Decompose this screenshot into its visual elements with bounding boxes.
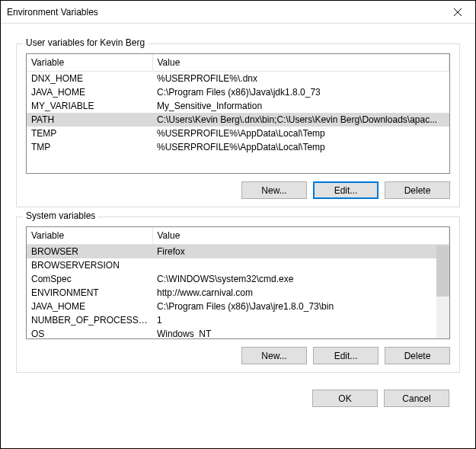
user-new-button[interactable]: New... [241,181,307,199]
dialog-footer: OK Cancel [16,390,460,407]
user-variable-row[interactable]: TMP%USERPROFILE%\AppData\Local\Temp [27,140,449,154]
system-scrollbar-thumb[interactable] [436,245,449,297]
system-variable-row-name: ENVIRONMENT [27,286,152,300]
system-delete-button[interactable]: Delete [385,347,450,364]
system-edit-button[interactable]: Edit... [313,347,379,364]
system-variable-row[interactable]: ComSpecC:\WINDOWS\system32\cmd.exe [27,272,449,286]
system-variable-row-value: C:\Program Files (x86)\Java\jre1.8.0_73\… [152,300,449,313]
system-variable-row[interactable]: BROWSERVERSION [27,258,449,272]
window-title: Environment Variables [7,7,98,18]
user-col-header-variable[interactable]: Variable [27,54,152,72]
system-variable-row[interactable]: NUMBER_OF_PROCESSORS1 [27,313,449,327]
system-variables-table[interactable]: Variable Value BROWSERFirefoxBROWSERVERS… [27,227,449,339]
system-variables-table-wrap: Variable Value BROWSERFirefoxBROWSERVERS… [26,226,450,339]
system-new-button[interactable]: New... [241,347,307,364]
system-variable-row-name: NUMBER_OF_PROCESSORS [27,313,152,327]
user-button-row: New... Edit... Delete [26,181,450,199]
system-col-header-value[interactable]: Value [152,227,449,245]
user-variables-table[interactable]: Variable Value DNX_HOME%USERPROFILE%\.dn… [27,54,449,154]
user-variables-label: User variables for Kevin Berg [23,37,148,48]
system-variable-row-name: OS [27,327,152,339]
system-button-row: New... Edit... Delete [26,347,450,364]
user-variable-row[interactable]: TEMP%USERPROFILE%\AppData\Local\Temp [27,127,449,140]
user-variable-row[interactable]: MY_VARIABLEMy_Sensitive_Information [27,99,449,113]
user-variable-row-value: My_Sensitive_Information [152,99,449,113]
user-variable-row[interactable]: JAVA_HOMEC:\Program Files (x86)\Java\jdk… [27,85,449,99]
user-variables-group: User variables for Kevin Berg Variable V… [16,43,460,207]
user-delete-button[interactable]: Delete [385,181,450,199]
cancel-button[interactable]: Cancel [384,390,449,407]
system-variable-row-value: 1 [152,313,449,327]
user-variable-row[interactable]: DNX_HOME%USERPROFILE%\.dnx [27,72,449,86]
close-icon [454,8,462,16]
titlebar: Environment Variables [1,1,475,24]
system-variable-row-name: BROWSERVERSION [27,258,152,272]
system-variable-row-value: Windows_NT [152,327,449,339]
user-variable-row-name: TMP [27,140,152,154]
user-variable-row-value: C:\Program Files (x86)\Java\jdk1.8.0_73 [152,85,449,99]
user-variable-row-name: PATH [27,113,152,127]
system-variables-label: System variables [23,210,98,221]
system-variable-row-value [152,258,449,272]
user-variable-row-value: C:\Users\Kevin Berg\.dnx\bin;C:\Users\Ke… [152,113,449,127]
system-variable-row[interactable]: BROWSERFirefox [27,245,449,259]
system-variable-row[interactable]: JAVA_HOMEC:\Program Files (x86)\Java\jre… [27,300,449,313]
close-button[interactable] [440,1,475,24]
user-variable-row[interactable]: PATHC:\Users\Kevin Berg\.dnx\bin;C:\User… [27,113,449,127]
system-variable-row-value: C:\WINDOWS\system32\cmd.exe [152,272,449,286]
system-scrollbar[interactable] [436,245,449,338]
user-variable-row-value: %USERPROFILE%\AppData\Local\Temp [152,140,449,154]
system-col-header-variable[interactable]: Variable [27,227,152,245]
system-variable-row-name: JAVA_HOME [27,300,152,313]
user-col-header-value[interactable]: Value [152,54,449,72]
system-variable-row-name: ComSpec [27,272,152,286]
user-variable-row-name: TEMP [27,127,152,140]
system-variable-row[interactable]: ENVIRONMENThttp://www.carnival.com [27,286,449,300]
dialog-content: User variables for Kevin Berg Variable V… [1,24,475,415]
user-variable-row-value: %USERPROFILE%\.dnx [152,72,449,86]
user-variable-row-name: DNX_HOME [27,72,152,86]
user-variable-row-value: %USERPROFILE%\AppData\Local\Temp [152,127,449,140]
system-variable-row-value: Firefox [152,245,449,259]
user-edit-button[interactable]: Edit... [313,181,379,199]
ok-button[interactable]: OK [312,390,378,407]
system-variable-row-value: http://www.carnival.com [152,286,449,300]
user-variable-row-name: MY_VARIABLE [27,99,152,113]
user-variables-table-wrap: Variable Value DNX_HOME%USERPROFILE%\.dn… [26,53,450,174]
system-variable-row-name: BROWSER [27,245,152,259]
user-variable-row-name: JAVA_HOME [27,85,152,99]
system-variable-row[interactable]: OSWindows_NT [27,327,449,339]
system-variables-group: System variables Variable Value BROWSERF… [16,216,460,373]
